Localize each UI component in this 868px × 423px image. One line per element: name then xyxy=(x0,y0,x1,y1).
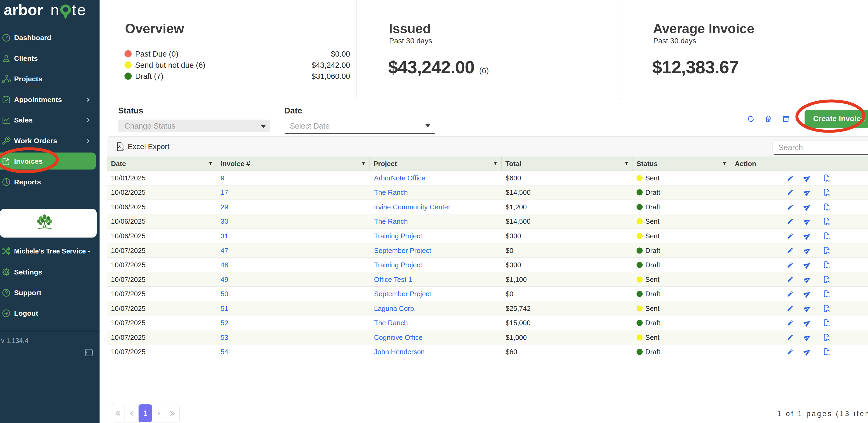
svg-text:PDF: PDF xyxy=(826,339,830,341)
svg-text:PDF: PDF xyxy=(826,252,830,254)
svg-text:PDF: PDF xyxy=(826,179,830,182)
svg-text:PDF: PDF xyxy=(826,295,830,298)
svg-text:PDF: PDF xyxy=(826,281,830,283)
svg-text:PDF: PDF xyxy=(826,208,830,211)
svg-text:PDF: PDF xyxy=(826,237,830,240)
svg-text:PDF: PDF xyxy=(826,194,830,196)
svg-text:PDF: PDF xyxy=(826,353,830,356)
svg-text:PDF: PDF xyxy=(826,266,830,269)
svg-text:PDF: PDF xyxy=(826,223,830,225)
svg-text:PDF: PDF xyxy=(826,310,830,312)
svg-text:PDF: PDF xyxy=(826,324,830,327)
